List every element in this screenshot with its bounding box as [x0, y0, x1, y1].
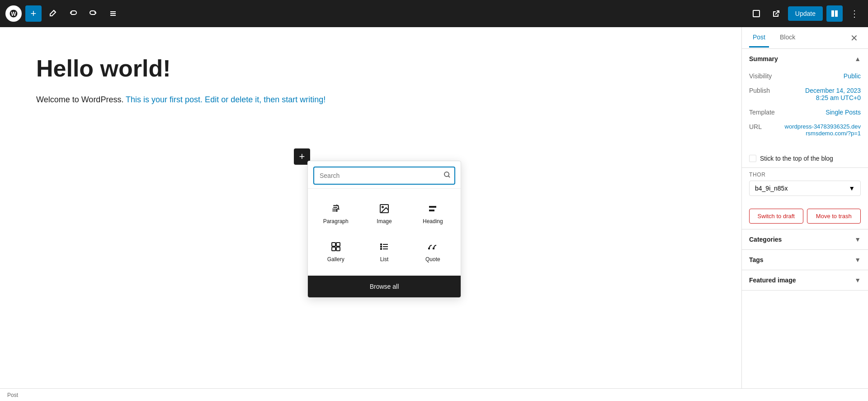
- visibility-row: Visibility Public: [749, 72, 861, 80]
- heading-icon: [427, 202, 438, 215]
- undo-button[interactable]: [65, 5, 81, 22]
- toolbar: W +: [0, 0, 868, 27]
- block-search-wrapper: [308, 161, 461, 189]
- svg-point-11: [382, 206, 383, 208]
- categories-section: Categories ▼: [742, 229, 868, 250]
- main-area: Hello world! Welcome to WordPress. This …: [0, 27, 868, 388]
- block-item-paragraph[interactable]: Paragraph: [313, 196, 358, 230]
- block-item-heading[interactable]: Heading: [410, 196, 455, 230]
- summary-section-content: Visibility Public Publish December 14, 2…: [742, 69, 868, 151]
- svg-rect-7: [835, 10, 838, 17]
- svg-rect-20: [381, 246, 382, 247]
- svg-rect-14: [332, 247, 335, 251]
- featured-image-label: Featured image: [749, 277, 796, 284]
- sidebar: Post Block ✕ Summary ▲ Visibility Public…: [741, 27, 868, 388]
- block-item-image[interactable]: Image: [362, 196, 406, 230]
- visibility-label: Visibility: [749, 72, 772, 80]
- paragraph-label: Paragraph: [323, 218, 349, 224]
- categories-label: Categories: [749, 236, 782, 243]
- move-trash-button[interactable]: Move to trash: [807, 209, 861, 224]
- heading-label: Heading: [423, 218, 443, 224]
- tags-header[interactable]: Tags ▼: [742, 250, 868, 270]
- image-label: Image: [377, 218, 392, 224]
- featured-image-section: Featured image ▼: [742, 270, 868, 291]
- stick-row: Stick to the top of the blog: [742, 151, 868, 167]
- add-block-button[interactable]: +: [25, 5, 42, 22]
- summary-chevron-up-icon: ▲: [854, 55, 861, 62]
- search-wrapper: [313, 167, 455, 185]
- svg-rect-15: [336, 247, 340, 251]
- publish-date: December 14, 2023: [805, 87, 861, 94]
- update-button[interactable]: Update: [788, 6, 823, 21]
- list-view-button[interactable]: [105, 5, 121, 22]
- edit-icon-button[interactable]: [45, 5, 61, 22]
- block-search-input[interactable]: [313, 167, 455, 185]
- svg-rect-5: [753, 10, 760, 17]
- publish-value[interactable]: December 14, 2023 8:25 am UTC+0: [805, 87, 861, 101]
- more-options-button[interactable]: ⋮: [846, 5, 863, 22]
- tags-section: Tags ▼: [742, 250, 868, 270]
- switch-draft-button[interactable]: Switch to draft: [749, 209, 803, 224]
- post-content[interactable]: Welcome to WordPress. This is your first…: [36, 93, 705, 106]
- sidebar-header: Post Block ✕: [742, 27, 868, 49]
- featured-image-chevron-down-icon: ▼: [854, 277, 861, 284]
- summary-label: Summary: [749, 55, 778, 62]
- gallery-label: Gallery: [327, 256, 344, 263]
- editor-area[interactable]: Hello world! Welcome to WordPress. This …: [0, 27, 741, 388]
- list-label: List: [380, 256, 389, 263]
- tab-post[interactable]: Post: [749, 28, 769, 48]
- publish-row: Publish December 14, 2023 8:25 am UTC+0: [749, 87, 861, 101]
- author-value: b4_9i_n85x: [755, 185, 788, 192]
- status-bar: Post: [0, 388, 868, 401]
- toolbar-left: W +: [5, 5, 121, 22]
- featured-image-header[interactable]: Featured image ▼: [742, 270, 868, 290]
- author-section-label: THOR: [749, 172, 861, 178]
- author-select[interactable]: b4_9i_n85x ▼: [749, 181, 861, 196]
- block-item-quote[interactable]: Quote: [410, 234, 455, 268]
- stick-label: Stick to the top of the blog: [760, 155, 833, 162]
- gallery-icon: [330, 240, 341, 253]
- block-inserter-popup: Paragraph Image: [307, 161, 461, 298]
- list-icon: [379, 240, 390, 253]
- categories-chevron-down-icon: ▼: [854, 236, 861, 243]
- redo-button[interactable]: [85, 5, 101, 22]
- svg-line-9: [448, 176, 450, 178]
- quote-label: Quote: [425, 256, 440, 263]
- toolbar-right: Update ⋮: [748, 5, 863, 22]
- view-mode-button[interactable]: [748, 5, 764, 22]
- status-label: Post: [7, 392, 18, 398]
- svg-rect-21: [381, 248, 382, 249]
- url-row: URL wordpress-34783936325.devrsmsdemo.co…: [749, 123, 861, 137]
- svg-rect-6: [831, 10, 834, 17]
- wordpress-logo: W: [5, 5, 22, 22]
- publish-label: Publish: [749, 87, 770, 94]
- settings-toggle-button[interactable]: [826, 5, 843, 22]
- tags-label: Tags: [749, 256, 764, 263]
- template-value[interactable]: Single Posts: [826, 109, 861, 116]
- image-icon: [379, 202, 390, 215]
- action-buttons: Switch to draft Move to trash: [742, 203, 868, 229]
- block-item-list[interactable]: List: [362, 234, 406, 268]
- paragraph-icon: [330, 202, 341, 215]
- post-content-text: Welcome to WordPress.: [36, 95, 126, 104]
- tags-chevron-down-icon: ▼: [854, 256, 861, 263]
- post-title[interactable]: Hello world!: [36, 54, 705, 82]
- url-value[interactable]: wordpress-34783936325.devrsmsdemo.com/?p…: [784, 123, 861, 137]
- post-content-link[interactable]: This is your first post. Edit or delete …: [126, 95, 326, 104]
- stick-checkbox[interactable]: [749, 155, 756, 162]
- categories-header[interactable]: Categories ▼: [742, 229, 868, 249]
- author-chevron-icon: ▼: [849, 185, 855, 192]
- svg-rect-19: [381, 244, 382, 245]
- summary-section-header[interactable]: Summary ▲: [742, 49, 868, 69]
- author-section: THOR b4_9i_n85x ▼ Switch to draft Move t…: [742, 168, 868, 229]
- block-item-gallery[interactable]: Gallery: [313, 234, 358, 268]
- browse-all-button[interactable]: Browse all: [308, 276, 461, 297]
- svg-rect-12: [332, 243, 335, 246]
- tab-block[interactable]: Block: [776, 28, 799, 48]
- block-grid: Paragraph Image: [308, 189, 461, 276]
- visibility-value[interactable]: Public: [844, 72, 861, 80]
- sidebar-close-button[interactable]: ✕: [847, 31, 861, 45]
- author-section-content: THOR b4_9i_n85x ▼: [742, 168, 868, 203]
- quote-icon: [427, 240, 438, 253]
- external-link-button[interactable]: [768, 5, 784, 22]
